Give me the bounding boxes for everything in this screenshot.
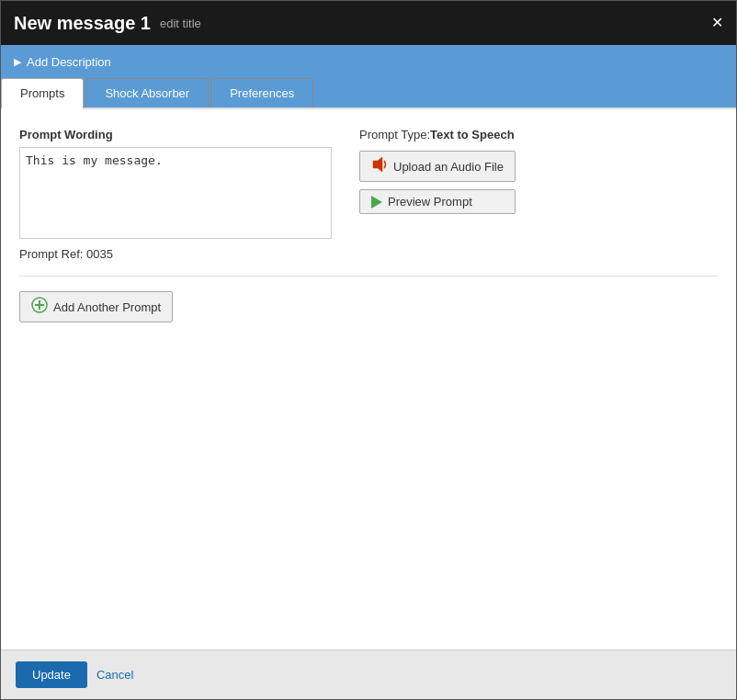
- titlebar-left: New message 1 edit title: [14, 13, 201, 34]
- cancel-button[interactable]: Cancel: [96, 668, 133, 682]
- description-bar[interactable]: ▶ Add Description: [1, 45, 736, 78]
- prompt-type-section: Prompt Type:Text to Speech Upload an Aud…: [359, 128, 718, 221]
- update-button[interactable]: Update: [16, 661, 87, 688]
- preview-prompt-label: Preview Prompt: [388, 195, 472, 209]
- dialog: New message 1 edit title ✕ ▶ Add Descrip…: [0, 0, 737, 700]
- footer: Update Cancel: [1, 649, 736, 699]
- upload-audio-button[interactable]: Upload an Audio File: [359, 151, 516, 182]
- prompt-wording-section: Prompt Wording This is my message. Promp…: [19, 128, 332, 261]
- add-another-prompt-label: Add Another Prompt: [53, 300, 161, 314]
- tab-preferences[interactable]: Preferences: [210, 78, 313, 107]
- main-content: Prompt Wording This is my message. Promp…: [1, 109, 736, 649]
- add-another-prompt-button[interactable]: Add Another Prompt: [19, 291, 173, 322]
- prompt-textarea[interactable]: This is my message.: [19, 147, 332, 239]
- add-icon: [31, 297, 48, 317]
- tab-prompts[interactable]: Prompts: [1, 78, 84, 109]
- preview-prompt-button[interactable]: Preview Prompt: [359, 189, 516, 214]
- dialog-title: New message 1: [14, 13, 151, 34]
- prompt-ref-label: Prompt Ref:: [19, 247, 83, 261]
- prompt-ref: Prompt Ref: 0035: [19, 247, 332, 261]
- prompt-ref-value: 0035: [86, 247, 113, 261]
- tabs-bar: Prompts Shock Absorber Preferences: [1, 78, 736, 109]
- svg-marker-0: [373, 157, 382, 172]
- prompt-wording-label: Prompt Wording: [19, 128, 332, 141]
- prompt-section: Prompt Wording This is my message. Promp…: [19, 128, 718, 261]
- edit-title-link[interactable]: edit title: [160, 17, 201, 30]
- upload-audio-label: Upload an Audio File: [393, 160, 504, 174]
- prompt-type-label: Prompt Type:Text to Speech: [359, 128, 718, 141]
- titlebar: New message 1 edit title ✕: [1, 1, 736, 45]
- tab-shock-absorber[interactable]: Shock Absorber: [85, 78, 209, 107]
- section-divider: [19, 276, 718, 277]
- play-icon: [371, 196, 382, 209]
- prompt-row: Prompt Wording This is my message. Promp…: [19, 128, 718, 261]
- close-button[interactable]: ✕: [711, 16, 723, 30]
- speaker-icon: [371, 156, 388, 176]
- description-arrow-icon: ▶: [14, 56, 21, 68]
- description-label: Add Description: [27, 55, 111, 69]
